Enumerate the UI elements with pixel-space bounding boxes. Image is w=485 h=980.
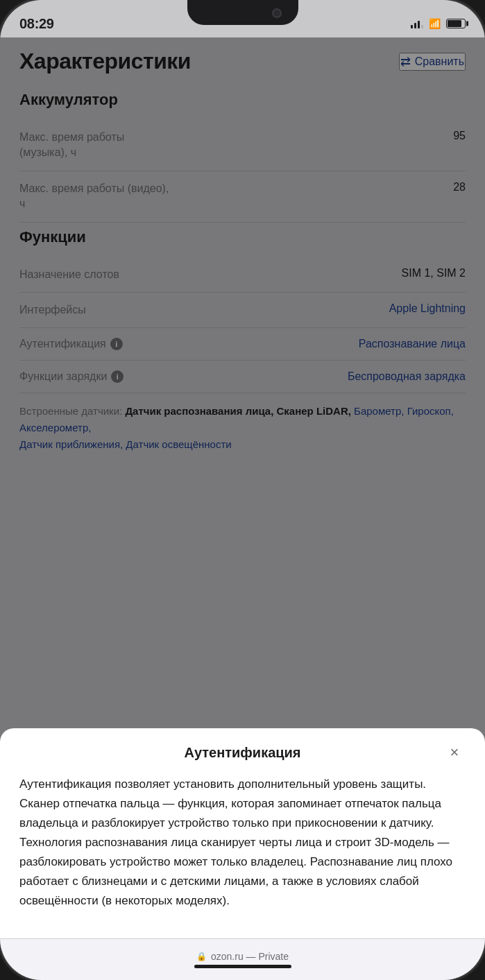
modal-close-button[interactable]: × xyxy=(443,741,466,764)
url-text: ozon.ru — Private xyxy=(211,951,289,962)
notch xyxy=(187,0,298,25)
lock-icon: 🔒 xyxy=(196,952,207,961)
modal-title: Аутентификация xyxy=(184,745,300,761)
status-icons: 📶 xyxy=(411,18,466,29)
wifi-icon: 📶 xyxy=(429,18,441,29)
modal-sheet: Аутентификация × Аутентификация позволяе… xyxy=(0,728,485,938)
battery-icon xyxy=(446,19,466,28)
bottom-bar: 🔒 ozon.ru — Private xyxy=(0,938,485,980)
status-time: 08:29 xyxy=(19,16,54,32)
phone-frame: 08:29 📶 Характеристики ⇄ Сравнить xyxy=(0,0,485,980)
front-camera xyxy=(272,8,282,18)
bottom-url: 🔒 ozon.ru — Private xyxy=(196,951,289,962)
signal-icon xyxy=(411,19,423,28)
modal-header: Аутентификация × xyxy=(19,745,466,761)
home-indicator[interactable] xyxy=(194,965,291,968)
main-content: Характеристики ⇄ Сравнить Аккумулятор Ма… xyxy=(0,37,485,980)
modal-body: Аутентификация позволяет установить допо… xyxy=(19,775,466,911)
